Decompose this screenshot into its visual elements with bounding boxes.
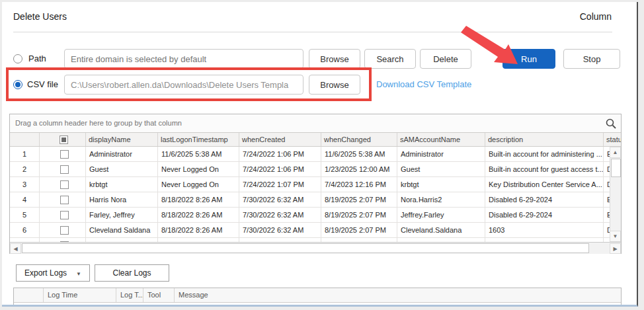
vertical-scrollbar[interactable]: ▲ ▼ <box>610 147 621 242</box>
column-header-message[interactable]: Message <box>175 288 621 302</box>
clear-logs-button[interactable]: Clear Logs <box>95 264 169 282</box>
column-header-tool[interactable]: Tool <box>143 288 175 302</box>
table-row[interactable]: 2 Guest Never Logged On 7/24/2022 1:06 P… <box>10 162 621 177</box>
table-row[interactable]: 5 Farley, Jeffrey 8/18/2022 8:26 AM 7/30… <box>10 208 621 223</box>
column-header-status[interactable]: status <box>604 133 621 146</box>
select-all-checkbox[interactable] <box>60 136 68 144</box>
cell-description: Built-in account for guest access t... <box>485 162 604 176</box>
table-row[interactable]: 4 Harris Nora 8/18/2022 8:26 AM 7/30/202… <box>10 192 621 208</box>
row-checkbox[interactable] <box>60 165 69 174</box>
row-checkbox-cell <box>40 208 86 222</box>
column-header-log-time[interactable]: Log Time <box>44 288 116 302</box>
cell-lastlogontimestamp: 8/18/2022 8:26 AM <box>158 192 239 207</box>
cell-samaccountname: Cleveland.Saldana <box>397 223 485 237</box>
cell-lastlogontimestamp: Never Logged On <box>158 162 239 176</box>
row-number: 4 <box>10 192 40 207</box>
cell-lastlogontimestamp: Never Logged On <box>158 177 239 192</box>
row-number: 1 <box>10 147 40 161</box>
cell-whencreated: 7/30/2022 6:32 AM <box>239 208 321 222</box>
delete-users-window: Delete Users Column Path Browse Search D… <box>2 2 638 307</box>
vertical-scroll-thumb[interactable] <box>611 159 621 177</box>
cell-whenchanged: 1/23/2025 12:00 AM <box>321 162 397 176</box>
scroll-right-button[interactable]: ▶ <box>610 243 621 254</box>
row-checkbox-cell <box>40 223 86 237</box>
column-header-whencreated[interactable]: whenCreated <box>239 133 321 146</box>
cell-whenchanged: 8/19/2025 2:07 PM <box>321 223 397 237</box>
path-browse-button[interactable]: Browse <box>309 49 360 69</box>
search-button[interactable]: Search <box>364 49 416 69</box>
delete-button[interactable]: Delete <box>420 49 471 69</box>
chevron-down-icon: ▼ <box>76 271 81 277</box>
row-checkbox[interactable] <box>60 211 69 219</box>
row-number: 5 <box>10 208 40 222</box>
stop-button[interactable]: Stop <box>563 49 620 69</box>
column-header-lastlogontimestamp[interactable]: lastLogonTimestamp <box>158 133 239 146</box>
cell-displayname: krbtgt <box>86 177 158 192</box>
page-title: Delete Users <box>13 11 67 22</box>
horizontal-scrollbar[interactable]: ◀ ▶ <box>10 242 621 254</box>
horizontal-scroll-thumb[interactable] <box>22 243 589 253</box>
title-separator <box>13 32 612 32</box>
row-number: 6 <box>10 223 40 237</box>
row-checkbox-cell <box>40 162 86 176</box>
group-by-bar[interactable]: Drag a column header here to group by th… <box>10 114 621 133</box>
table-row[interactable]: 6 Cleveland Saldana 8/18/2022 8:26 AM 7/… <box>10 223 621 238</box>
row-checkbox-cell <box>40 192 86 207</box>
row-checkbox-cell <box>40 177 86 192</box>
run-button[interactable]: Run <box>503 49 555 69</box>
row-number: 3 <box>10 177 40 192</box>
cell-samaccountname: Jeffrey.Farley <box>397 208 485 222</box>
row-checkbox[interactable] <box>60 180 69 189</box>
csv-path-input[interactable] <box>64 75 303 95</box>
log-marker-column-header <box>14 288 44 302</box>
export-logs-button[interactable]: Export Logs▼ <box>16 264 90 282</box>
cell-displayname: Guest <box>86 162 158 176</box>
csv-radio[interactable] <box>13 80 22 89</box>
cell-samaccountname: krbtgt <box>397 177 485 192</box>
cell-displayname: Harris Nora <box>86 192 158 207</box>
logs-grid: Log Time Log T... Tool Message <box>13 288 622 307</box>
cell-whencreated: 7/24/2022 1:07 PM <box>239 177 321 192</box>
path-radio[interactable] <box>13 54 22 63</box>
column-header-samaccountname[interactable]: sAMAccountName <box>397 133 485 146</box>
grid-rows: 1 Administrator 11/6/2025 5:38 AM 7/24/2… <box>10 147 621 242</box>
search-icon[interactable] <box>605 118 617 130</box>
row-checkbox-cell <box>40 147 86 161</box>
cell-lastlogontimestamp: 11/6/2025 5:38 AM <box>158 147 239 161</box>
cell-samaccountname: Administrator <box>397 147 485 161</box>
csv-radio-label: CSV file <box>27 75 58 95</box>
scroll-up-button[interactable]: ▲ <box>610 147 621 158</box>
row-checkbox[interactable] <box>60 150 69 159</box>
cell-samaccountname: Nora.Harris2 <box>397 192 485 207</box>
path-input[interactable] <box>64 49 303 69</box>
column-header-whenchanged[interactable]: whenChanged <box>321 133 397 146</box>
csv-browse-button[interactable]: Browse <box>309 75 360 95</box>
column-header-displayname[interactable]: displayName <box>86 133 158 146</box>
cell-whenchanged: 8/19/2025 2:07 PM <box>321 208 397 222</box>
download-csv-template-link[interactable]: Download CSV Template <box>376 75 471 95</box>
cell-whencreated: 7/24/2022 1:06 PM <box>239 162 321 176</box>
row-number: 2 <box>10 162 40 176</box>
cell-whenchanged: 7/4/2023 12:16 PM <box>321 177 397 192</box>
group-by-hint: Drag a column header here to group by th… <box>15 119 182 127</box>
cell-description: Key Distribution Center Service A... <box>485 177 604 192</box>
path-radio-label: Path <box>28 49 46 69</box>
cell-description: Built-in account for administering ... <box>485 147 604 161</box>
scroll-down-button[interactable]: ▼ <box>610 231 621 242</box>
cell-displayname: Farley, Jeffrey <box>86 208 158 222</box>
table-row[interactable]: 1 Administrator 11/6/2025 5:38 AM 7/24/2… <box>10 147 621 162</box>
column-header-description[interactable]: description <box>485 133 604 146</box>
row-checkbox[interactable] <box>60 196 69 204</box>
cell-description: Disabled 6-29-2024 <box>485 192 604 207</box>
grid-header-row: displayName lastLogonTimestamp whenCreat… <box>10 133 621 147</box>
row-checkbox[interactable] <box>60 226 69 235</box>
column-header-log-type[interactable]: Log T... <box>116 288 143 302</box>
table-row[interactable]: 3 krbtgt Never Logged On 7/24/2022 1:07 … <box>10 177 621 192</box>
row-number-column-header[interactable] <box>10 133 40 146</box>
cell-whencreated: 7/24/2022 1:06 PM <box>239 147 321 161</box>
scroll-left-button[interactable]: ◀ <box>10 243 21 254</box>
column-menu[interactable]: Column <box>580 11 612 22</box>
logs-header-row: Log Time Log T... Tool Message <box>14 288 621 303</box>
select-all-column-header[interactable] <box>40 133 86 146</box>
cell-whenchanged: 11/6/2025 5:38 AM <box>321 147 397 161</box>
